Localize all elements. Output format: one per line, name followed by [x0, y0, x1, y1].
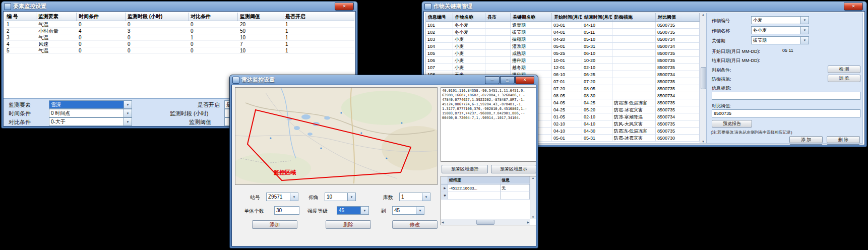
column-header: 县市: [485, 13, 511, 21]
add-button[interactable]: 添 加: [789, 136, 823, 143]
table-cell: 0: [189, 21, 238, 28]
table-cell: [485, 29, 511, 36]
scrollbar-thumb[interactable]: [701, 67, 706, 89]
table-row[interactable]: 102冬小麦拔节期04-0105-118500735: [426, 29, 700, 36]
station-combobox[interactable]: Z9571 ▼: [266, 193, 298, 201]
table-cell: 1: [283, 47, 354, 54]
panel-note: (注:若要修改,请先从左侧列表中选择相应记录): [711, 130, 792, 135]
chevron-down-icon[interactable]: ▼: [422, 193, 430, 201]
table-cell: 07-20: [582, 78, 612, 85]
table-cell: 成熟期: [511, 50, 552, 57]
chevron-down-icon[interactable]: ▼: [416, 207, 424, 214]
table-cell: 0: [77, 47, 126, 54]
close-button[interactable]: ✕: [844, 3, 863, 11]
compare-condition-combobox[interactable]: 0-大于 ▼: [49, 117, 132, 126]
modify-button[interactable]: 修改: [392, 220, 438, 229]
table-cell: 06-10: [582, 50, 612, 57]
table-cell: 8500735: [656, 57, 700, 64]
bins-combobox[interactable]: 1 ▼: [399, 193, 430, 201]
vertical-scrollbar[interactable]: ▲ ▼: [530, 176, 536, 219]
table-cell: 冬小麦: [453, 22, 485, 29]
preview-report-button[interactable]: 预览报告: [712, 120, 752, 128]
check-button[interactable]: 检 测: [828, 66, 860, 73]
compare-threshold-input[interactable]: 8500735: [712, 109, 860, 117]
titlebar[interactable]: 雷达监控设置 ─ ▢ ✕: [231, 75, 536, 85]
browse-button[interactable]: 浏 览: [828, 75, 860, 82]
map-view[interactable]: 监控区域: [235, 87, 438, 185]
chevron-down-icon[interactable]: ▼: [123, 101, 132, 108]
crop-name-combobox[interactable]: 冬小麦 ▼: [751, 26, 809, 34]
table-row[interactable]: 5气温000101: [5, 47, 354, 54]
elevation-combobox[interactable]: 10 ▼: [325, 193, 356, 201]
close-icon: ✕: [852, 5, 855, 9]
time-condition-combobox[interactable]: 0 时间点 ▼: [49, 109, 132, 117]
chevron-down-icon[interactable]: ▼: [290, 193, 298, 201]
chevron-down-icon[interactable]: ▼: [347, 193, 355, 201]
table-row[interactable]: 1气温000201: [5, 21, 354, 28]
minimize-button[interactable]: ─: [485, 76, 500, 84]
horizontal-scrollbar[interactable]: ◀ ▶: [441, 219, 530, 225]
table-cell: 气温: [36, 34, 77, 41]
table-row[interactable]: 101冬小麦返青期03-0104-108500735: [426, 22, 700, 29]
table-cell: 12-01: [552, 64, 582, 71]
scroll-down-icon[interactable]: ▼: [532, 216, 535, 219]
modify-button[interactable]: 修 改: [789, 144, 823, 145]
add-button[interactable]: 添加: [252, 220, 297, 229]
info-title-input[interactable]: [712, 92, 860, 100]
select-warning-area-button[interactable]: 预警区域选择: [442, 165, 488, 173]
crop-no-combobox[interactable]: 小麦 ▼: [751, 16, 809, 24]
table-cell: 05-25: [552, 50, 582, 57]
chevron-down-icon[interactable]: ▼: [360, 207, 368, 214]
close-button[interactable]: ✕: [335, 3, 354, 11]
to-intensity-combobox[interactable]: 45 ▼: [392, 206, 424, 215]
table-row[interactable]: 106小麦播种期10-0110-208500735: [426, 57, 700, 64]
table-row[interactable]: ▶ -45122.16633... 无: [441, 184, 530, 192]
table-row-new[interactable]: ✱: [441, 192, 530, 200]
titlebar[interactable]: 要素监控设置 ✕: [3, 2, 356, 11]
close-button[interactable]: ✕: [515, 76, 534, 84]
table-row[interactable]: 105小麦成熟期05-2506-108500735: [426, 50, 700, 57]
new-row-icon: ✱: [441, 192, 448, 200]
scroll-up-icon[interactable]: ▲: [702, 13, 705, 16]
scroll-up-icon[interactable]: ▲: [532, 176, 535, 179]
titlebar[interactable]: 作物关键期管理 ✕: [423, 2, 865, 11]
table-cell: 8500735: [656, 29, 700, 36]
chevron-down-icon[interactable]: ▼: [800, 27, 809, 34]
table-cell: 10: [238, 34, 283, 41]
window-client-area: 监控区域 40.0191,116.84358,-90.5451,1.11,645…: [231, 85, 536, 246]
element-combobox[interactable]: 雪深 ▼: [49, 100, 132, 109]
table-row[interactable]: 103小麦抽穗期04-2005-108500734: [426, 36, 700, 43]
chevron-down-icon[interactable]: ▼: [800, 37, 809, 44]
chevron-down-icon[interactable]: ▼: [800, 17, 809, 24]
intensity-combobox[interactable]: 45 ▼: [337, 206, 369, 215]
vertical-scrollbar[interactable]: ▲ ▼: [700, 13, 706, 143]
scroll-down-icon[interactable]: ▼: [702, 140, 705, 143]
chevron-down-icon[interactable]: ▼: [123, 109, 132, 117]
save-button[interactable]: 保 存: [827, 144, 860, 145]
table-cell: 1: [283, 28, 354, 34]
table-cell: [485, 22, 511, 29]
table-row[interactable]: 4风速00071: [5, 41, 354, 47]
cell-count-input[interactable]: 30: [274, 206, 299, 215]
delete-button[interactable]: 删 除: [827, 136, 860, 143]
table-cell: 4: [77, 28, 126, 34]
table-row[interactable]: 104小麦灌浆期05-0105-318500734: [426, 43, 700, 50]
map-region-label: 监控区域: [274, 169, 296, 175]
table-row[interactable]: 3气温001101: [5, 34, 354, 41]
scroll-right-icon[interactable]: ▶: [527, 220, 529, 224]
combobox-value: 小麦: [752, 17, 800, 24]
show-warning-area-button[interactable]: 预警区域显示: [491, 165, 536, 173]
table-cell: 小时雨量: [36, 28, 77, 34]
table-cell: 08-30: [582, 92, 612, 99]
table-cell: 8500735: [656, 128, 700, 135]
intensity-label: 强度等级: [307, 208, 328, 215]
table-cell: 20: [238, 21, 283, 28]
delete-button[interactable]: 删除: [326, 220, 371, 229]
scroll-left-icon[interactable]: ◀: [442, 220, 444, 224]
maximize-button[interactable]: ▢: [500, 76, 515, 84]
table-row[interactable]: 107小麦越冬期12-0102-108500735: [426, 64, 700, 71]
table-row[interactable]: 2小时雨量430501: [5, 28, 354, 34]
chevron-down-icon[interactable]: ▼: [123, 118, 132, 126]
key-period-combobox[interactable]: 拔节期 ▼: [751, 36, 809, 44]
scrollbar-thumb[interactable]: [476, 220, 494, 225]
